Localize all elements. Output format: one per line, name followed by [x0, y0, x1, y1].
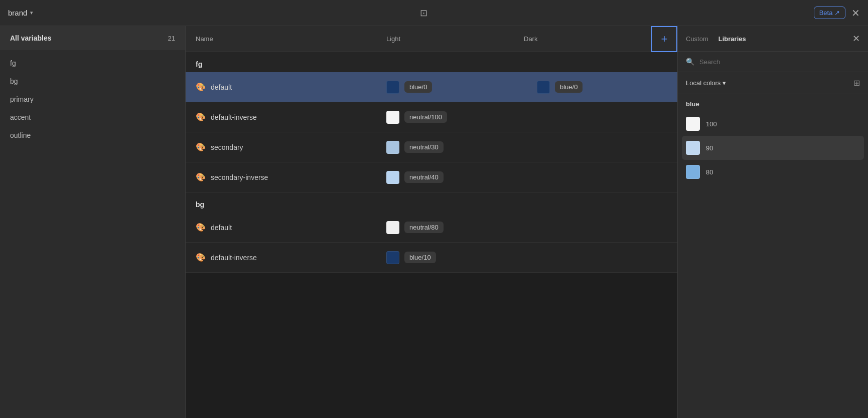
color-item-label: 90: [706, 144, 713, 152]
table-row[interactable]: 🎨 secondary neutral/30: [186, 132, 677, 162]
sidebar-items: fg bg primary accent outline: [0, 50, 185, 148]
color-swatch[interactable]: [386, 221, 399, 234]
group-header-fg: fg: [186, 52, 677, 72]
color-swatch[interactable]: [386, 171, 399, 184]
col-light-header: Light: [376, 35, 514, 43]
color-group-title: blue: [686, 100, 860, 108]
grid-view-icon[interactable]: ⊞: [853, 78, 860, 88]
col-dark-header: Dark: [514, 35, 651, 43]
tab-libraries[interactable]: Libraries: [718, 35, 746, 43]
panel-search: 🔍: [678, 52, 868, 72]
var-light-cell: blue/0: [376, 81, 527, 94]
var-name-text: default: [211, 224, 232, 232]
color-item[interactable]: 90: [682, 136, 864, 160]
local-colors-row: Local colors ▾ ⊞: [678, 72, 868, 94]
color-swatch[interactable]: [386, 141, 399, 154]
var-name-text: default-inverse: [211, 254, 257, 262]
close-icon[interactable]: ✕: [851, 7, 860, 19]
var-name-text: secondary: [211, 143, 243, 151]
palette-icon: 🎨: [196, 223, 206, 232]
color-group-section: blue 100 90 80: [678, 94, 868, 184]
color-item[interactable]: 100: [686, 112, 860, 136]
color-swatch[interactable]: [386, 251, 399, 264]
var-name-cell: 🎨 default-inverse: [186, 253, 376, 262]
search-input[interactable]: [699, 58, 860, 66]
value-chip: neutral/40: [404, 171, 444, 183]
palette-icon: 🎨: [196, 112, 206, 122]
table-row[interactable]: 🎨 default-inverse neutral/100: [186, 102, 677, 132]
search-icon: 🔍: [686, 58, 694, 66]
sidebar-item-outline[interactable]: outline: [0, 126, 185, 144]
color-item[interactable]: 80: [686, 160, 860, 184]
right-panel: Custom Libraries ✕ 🔍 Local colors ▾ ⊞ bl…: [677, 26, 868, 418]
color-item-label: 100: [706, 120, 717, 128]
brand-chevron-icon[interactable]: ▾: [30, 10, 33, 16]
color-swatch-sm: [686, 141, 700, 155]
table-row[interactable]: 🎨 default-inverse blue/10: [186, 243, 677, 273]
var-dark-cell: blue/0: [527, 81, 677, 94]
sidebar: All variables 21 fg bg primary accent ou…: [0, 26, 186, 418]
var-name-text: secondary-inverse: [211, 173, 268, 181]
panel-tab-group: Custom Libraries: [686, 35, 746, 43]
palette-icon: 🎨: [196, 82, 206, 92]
table-row[interactable]: 🎨 secondary-inverse neutral/40: [186, 162, 677, 192]
table-row[interactable]: 🎨 default blue/0 blue/0: [186, 72, 677, 102]
all-variables-title: All variables: [10, 34, 52, 42]
topbar: brand ▾ ⊡ Beta ↗ ✕: [0, 0, 868, 26]
var-name-text: default-inverse: [211, 113, 257, 121]
topbar-right: Beta ↗ ✕: [814, 7, 860, 19]
col-name-header: Name: [186, 35, 376, 43]
value-chip: neutral/100: [404, 111, 447, 123]
sidebar-item-fg[interactable]: fg: [0, 54, 185, 72]
color-swatch[interactable]: [386, 81, 399, 94]
var-light-cell: neutral/80: [376, 221, 527, 234]
var-name-cell: 🎨 secondary-inverse: [186, 172, 376, 182]
topbar-left: brand ▾: [8, 9, 33, 17]
sidebar-item-primary[interactable]: primary: [0, 90, 185, 108]
table-body: fg 🎨 default blue/0 blue/0: [186, 52, 677, 418]
main-layout: All variables 21 fg bg primary accent ou…: [0, 26, 868, 418]
var-light-cell: neutral/30: [376, 141, 527, 154]
panel-tabs: Custom Libraries ✕: [678, 26, 868, 52]
sidebar-item-accent[interactable]: accent: [0, 108, 185, 126]
value-chip: neutral/30: [404, 141, 444, 153]
var-name-cell: 🎨 default: [186, 223, 376, 232]
color-swatch[interactable]: [386, 111, 399, 124]
color-swatch[interactable]: [537, 81, 550, 94]
var-light-cell: neutral/100: [376, 111, 527, 124]
value-chip: blue/0: [404, 81, 432, 93]
var-light-cell: neutral/40: [376, 171, 527, 184]
palette-icon: 🎨: [196, 142, 206, 152]
palette-icon: 🎨: [196, 172, 206, 182]
brand-label: brand: [8, 9, 27, 17]
var-name-cell: 🎨 default: [186, 82, 376, 92]
palette-icon: 🎨: [196, 253, 206, 262]
value-chip: blue/10: [404, 252, 436, 263]
color-swatch-sm: [686, 165, 700, 179]
add-variable-button[interactable]: +: [651, 26, 677, 52]
sidebar-item-bg[interactable]: bg: [0, 72, 185, 90]
panel-toggle-icon[interactable]: ⊡: [416, 6, 431, 21]
value-chip: blue/0: [555, 81, 583, 93]
table-row[interactable]: 🎨 default neutral/80: [186, 213, 677, 243]
var-name-cell: 🎨 secondary: [186, 142, 376, 152]
table-header: Name Light Dark +: [186, 26, 677, 52]
tab-custom[interactable]: Custom: [686, 35, 708, 43]
local-colors-label[interactable]: Local colors ▾: [686, 79, 726, 87]
panel-close-icon[interactable]: ✕: [852, 33, 860, 44]
var-name-cell: 🎨 default-inverse: [186, 112, 376, 122]
content-area: Name Light Dark + fg 🎨 default blue/0: [186, 26, 677, 418]
color-swatch-sm: [686, 117, 700, 131]
color-item-label: 80: [706, 168, 713, 176]
var-name-text: default: [211, 83, 232, 91]
var-light-cell: blue/10: [376, 251, 527, 264]
value-chip: neutral/80: [404, 222, 444, 233]
variables-count: 21: [168, 35, 175, 42]
beta-button[interactable]: Beta ↗: [814, 7, 845, 19]
sidebar-header: All variables 21: [0, 26, 185, 50]
group-header-bg: bg: [186, 192, 677, 213]
